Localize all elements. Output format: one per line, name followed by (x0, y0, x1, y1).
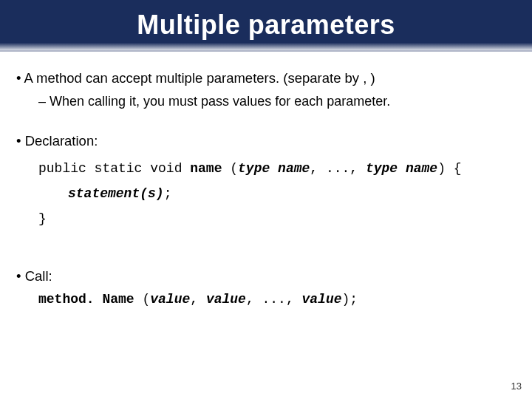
call-value2: value (206, 292, 246, 307)
declaration-close: } (38, 210, 516, 228)
call-value1: value (150, 292, 190, 307)
decl-name2: name (406, 161, 437, 176)
call-syntax: method. Name (value, value, ..., value); (38, 290, 516, 308)
decl-brace: { (446, 161, 462, 176)
decl-prefix: public static void (38, 161, 190, 176)
bullet-1: A method can accept multiple parameters.… (16, 69, 516, 88)
declaration-syntax: public static void name (type name, ...,… (38, 160, 516, 177)
decl-name1: name (278, 161, 310, 176)
decl-name: name (190, 161, 222, 176)
decl-open: ( (222, 161, 238, 176)
bullet-3: Call: (16, 267, 516, 286)
call-value3: value (302, 292, 342, 307)
page-number: 13 (511, 381, 522, 392)
stmt: statement(s) (68, 186, 164, 201)
call-method: method. Name (38, 292, 142, 307)
slide-body: A method can accept multiple parameters.… (0, 52, 532, 308)
decl-close: ) (437, 161, 446, 176)
declaration-body: statement(s); (68, 184, 516, 202)
decl-type1: type (238, 161, 270, 176)
slide-title: Multiple parameters (137, 10, 395, 41)
sub-bullet-1: When calling it, you must pass values fo… (38, 92, 516, 110)
bullet-2: Declaration: (16, 132, 516, 151)
slide-title-bar: Multiple parameters (0, 0, 532, 52)
decl-type2: type (366, 161, 398, 176)
